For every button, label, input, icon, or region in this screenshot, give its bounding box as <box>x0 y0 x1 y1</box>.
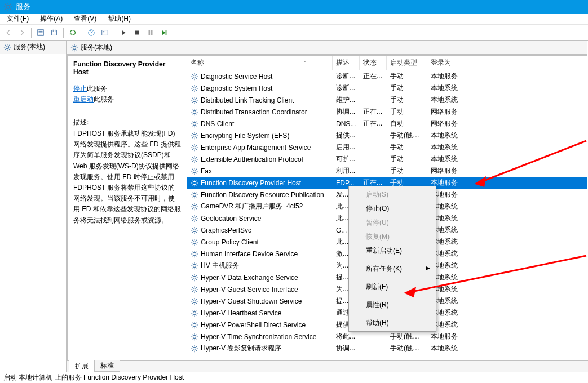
service-status: 正在... <box>360 119 387 128</box>
service-name: Group Policy Client <box>201 238 259 246</box>
tree-pane: 服务(本地) <box>0 41 67 372</box>
gear-icon <box>191 297 198 305</box>
menu-file[interactable]: 文件(F) <box>2 13 33 25</box>
table-row[interactable]: DNS ClientDNS...正在...自动网络服务 <box>187 118 587 130</box>
cm-stop[interactable]: 停止(O) <box>350 202 435 216</box>
menu-view[interactable]: 查看(V) <box>69 13 101 25</box>
svg-rect-7 <box>135 31 139 35</box>
service-name: Function Discovery Resource Publication <box>201 191 324 199</box>
content-header-label: 服务(本地) <box>81 43 112 52</box>
service-name: Distributed Link Tracking Client <box>201 96 294 104</box>
table-row[interactable]: Encrypting File System (EFS)提供...手动(触发..… <box>187 130 587 141</box>
toolbar-action-button[interactable] <box>34 26 47 39</box>
gear-icon <box>70 44 78 52</box>
info-pane: Function Discovery Provider Host 停止此服务 重… <box>68 56 187 371</box>
service-status: 正在... <box>360 107 387 117</box>
menu-help[interactable]: 帮助(H) <box>103 13 135 25</box>
gear-icon <box>191 226 198 234</box>
svg-rect-5 <box>102 30 108 35</box>
start-service-button[interactable] <box>117 26 130 39</box>
properties-button[interactable] <box>99 26 111 39</box>
tree-root[interactable]: 服务(本地) <box>0 41 66 54</box>
gear-icon <box>191 321 198 329</box>
table-row[interactable]: Hyper-V 卷影复制请求程序协调...手动(触发...本地系统 <box>187 342 587 354</box>
gear-icon <box>191 286 198 293</box>
cm-restart[interactable]: 重新启动(E) <box>350 244 435 258</box>
svg-point-34 <box>193 323 196 326</box>
content-pane: 服务(本地) Function Discovery Provider Host … <box>67 41 588 372</box>
table-row[interactable]: Enterprise App Management Service启用...手动… <box>187 141 587 153</box>
export-button[interactable] <box>48 26 60 39</box>
tab-standard[interactable]: 标准 <box>94 360 120 372</box>
gear-icon <box>191 191 198 199</box>
gear-icon <box>191 333 198 341</box>
restart-link[interactable]: 重启动 <box>73 95 94 103</box>
col-status[interactable]: 状态 <box>360 56 387 70</box>
cm-refresh[interactable]: 刷新(F) <box>350 280 435 294</box>
table-row[interactable]: Hyper-V Time Synchronization Service将此..… <box>187 331 587 342</box>
gear-icon <box>191 120 198 128</box>
svg-point-12 <box>73 46 76 49</box>
stop-service-button[interactable] <box>131 26 143 39</box>
svg-point-29 <box>193 264 196 267</box>
table-row[interactable]: Distributed Link Tracking Client维护...手动本… <box>187 94 587 106</box>
service-desc: 可扩... <box>333 154 360 164</box>
svg-point-30 <box>193 276 196 279</box>
svg-point-28 <box>193 252 196 255</box>
gear-icon <box>191 215 198 222</box>
service-startup: 自动 <box>387 119 427 128</box>
svg-point-0 <box>6 5 10 8</box>
help-button[interactable]: ? <box>85 26 98 39</box>
service-logon: 本地系统 <box>427 95 478 105</box>
svg-rect-6 <box>103 31 105 32</box>
stop-suffix: 此服务 <box>87 84 107 92</box>
cm-properties[interactable]: 属性(R) <box>350 298 435 312</box>
main-area: 服务(本地) 服务(本地) Function Discovery Provide… <box>0 41 588 372</box>
gear-icon <box>191 203 198 211</box>
restart-service-button[interactable] <box>158 26 170 39</box>
col-description[interactable]: 描述 <box>333 56 360 70</box>
col-logon[interactable]: 登录为 <box>427 56 478 70</box>
service-name: GraphicsPerfSvc <box>201 226 251 234</box>
svg-point-24 <box>193 205 196 208</box>
table-row[interactable]: Fax利用...手动网络服务 <box>187 165 587 177</box>
cm-all-tasks[interactable]: 所有任务(K)▶ <box>350 262 435 276</box>
svg-rect-10 <box>166 30 167 35</box>
svg-point-19 <box>193 146 196 149</box>
cm-help[interactable]: 帮助(H) <box>350 316 435 330</box>
service-logon: 本地系统 <box>427 131 478 140</box>
service-name: DNS Client <box>201 120 234 128</box>
svg-point-16 <box>193 110 196 113</box>
refresh-button[interactable] <box>67 26 79 39</box>
service-name: Human Interface Device Service <box>201 250 298 258</box>
service-startup: 手动 <box>387 107 427 117</box>
service-logon: 本地服务 <box>427 332 478 341</box>
forward-button[interactable] <box>16 26 28 39</box>
table-row[interactable]: Diagnostic System Host诊断...手动本地系统 <box>187 82 587 94</box>
table-row[interactable]: Distributed Transaction Coordinator协调...… <box>187 106 587 118</box>
service-logon: 本地系统 <box>427 154 478 164</box>
menu-action[interactable]: 操作(A) <box>36 13 67 25</box>
back-button[interactable] <box>2 26 15 39</box>
gear-icon <box>191 96 198 104</box>
svg-point-14 <box>193 87 196 90</box>
gear-icon <box>191 238 198 246</box>
svg-point-27 <box>193 241 196 243</box>
col-name[interactable]: 名称ˆ <box>187 56 333 70</box>
svg-point-21 <box>193 170 196 172</box>
toolbar: ? <box>0 25 588 41</box>
service-name: Hyper-V PowerShell Direct Service <box>201 321 306 329</box>
table-row[interactable]: Extensible Authentication Protocol可扩...手… <box>187 153 587 165</box>
col-startup[interactable]: 启动类型 <box>387 56 427 70</box>
service-desc: 维护... <box>333 95 360 105</box>
stop-link[interactable]: 停止 <box>73 84 87 92</box>
window-title: 服务 <box>16 2 30 12</box>
app-icon <box>3 2 12 11</box>
pause-service-button[interactable] <box>144 26 157 39</box>
table-row[interactable]: Diagnostic Service Host诊断...正在...手动本地服务 <box>187 70 587 82</box>
svg-text:?: ? <box>90 29 93 35</box>
cm-pause: 暂停(U) <box>350 216 435 230</box>
gear-icon <box>191 73 198 81</box>
gear-icon <box>191 84 198 92</box>
tab-extended[interactable]: 扩展 <box>69 360 95 372</box>
